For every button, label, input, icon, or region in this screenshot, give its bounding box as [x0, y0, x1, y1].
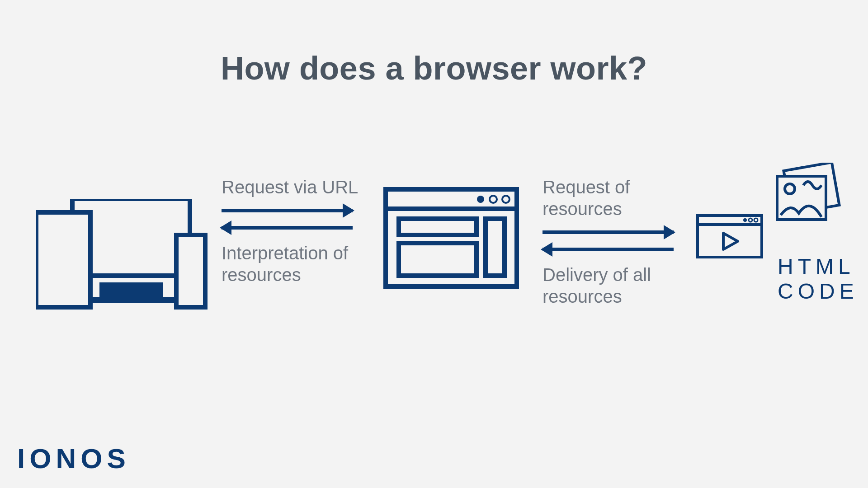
label-delivery-resources: Delivery of all resources	[542, 264, 678, 307]
arrow-right-icon	[222, 206, 353, 215]
label-html-code: HTML CODE	[778, 254, 859, 304]
label-interpretation: Interpretation of resources	[222, 242, 366, 286]
diagram-title: How does a browser work?	[0, 50, 868, 87]
arrow-left-icon	[542, 245, 674, 254]
flow-client-browser: Request via URL Interpretation of resour…	[222, 176, 366, 286]
svg-rect-1	[99, 282, 163, 297]
svg-point-6	[189, 297, 193, 301]
svg-point-9	[477, 196, 484, 203]
arrow-right-icon	[542, 228, 674, 237]
svg-rect-3	[36, 212, 90, 307]
diagram-canvas: Request via URL Interpretation of resour…	[0, 163, 868, 361]
arrow-left-icon	[222, 223, 353, 232]
svg-rect-14	[486, 219, 505, 276]
svg-rect-7	[386, 189, 517, 286]
brand-logo: IONOS	[17, 442, 130, 474]
svg-rect-5	[176, 235, 205, 307]
label-request-url: Request via URL	[222, 176, 366, 198]
svg-rect-12	[399, 219, 476, 235]
svg-point-11	[502, 196, 509, 203]
devices-icon	[36, 199, 208, 316]
browser-window-icon	[383, 187, 519, 289]
label-request-resources: Request of resources	[542, 176, 678, 220]
svg-rect-2	[86, 297, 176, 303]
svg-point-10	[490, 196, 497, 203]
resources-group: HTML CODE	[696, 163, 845, 267]
svg-rect-13	[399, 243, 476, 276]
flow-browser-server: Request of resources Delivery of all res…	[542, 176, 678, 307]
svg-point-4	[61, 296, 66, 302]
svg-point-20	[743, 218, 747, 222]
